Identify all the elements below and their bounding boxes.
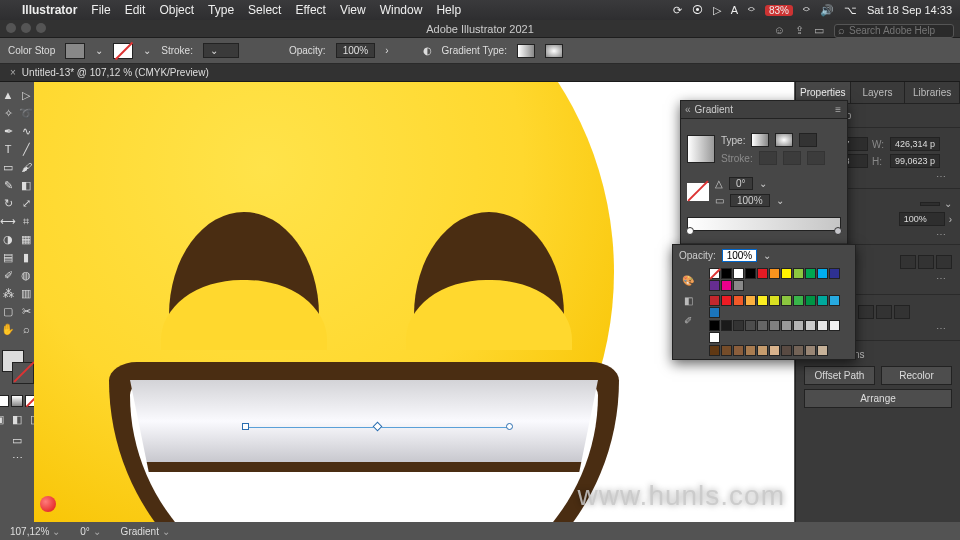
swatch[interactable] — [745, 320, 756, 331]
search-input[interactable] — [834, 24, 954, 38]
offset-path-button[interactable]: Offset Path — [804, 366, 875, 385]
swatch[interactable] — [817, 345, 828, 356]
tab-libraries[interactable]: Libraries — [905, 82, 960, 103]
align-m-icon[interactable] — [876, 305, 892, 319]
window-close-icon[interactable] — [6, 23, 16, 33]
rotate-tool-icon[interactable]: ↻ — [0, 195, 16, 211]
menu-app[interactable]: Illustrator — [22, 3, 77, 17]
arrange-icon[interactable]: ▭ — [814, 21, 824, 39]
swatch[interactable] — [793, 345, 804, 356]
swatch[interactable] — [733, 280, 744, 291]
stroke-indicator[interactable] — [12, 362, 34, 384]
menu-object[interactable]: Object — [159, 3, 194, 17]
swatch[interactable] — [709, 345, 720, 356]
pen-tool-icon[interactable]: ✒ — [0, 123, 16, 139]
gradient-panel-menu-icon[interactable]: ≡ — [835, 104, 841, 115]
swatch[interactable] — [721, 320, 732, 331]
paintbrush-tool-icon[interactable]: 🖌 — [18, 159, 34, 175]
arrange-button[interactable]: Arrange — [804, 389, 952, 408]
zoom-field[interactable]: 107,12% — [10, 526, 60, 537]
swatch[interactable] — [769, 268, 780, 279]
curvature-tool-icon[interactable]: ∿ — [18, 123, 34, 139]
swatch[interactable] — [733, 320, 744, 331]
symbol-sprayer-tool-icon[interactable]: ⁂ — [0, 285, 16, 301]
swatch[interactable] — [709, 307, 720, 318]
swatch[interactable] — [745, 345, 756, 356]
swatch[interactable] — [757, 268, 768, 279]
shape-builder-tool-icon[interactable]: ◑ — [0, 231, 16, 247]
type-tool-icon[interactable]: T — [0, 141, 16, 157]
graph-tool-icon[interactable]: ▥ — [18, 285, 34, 301]
screen-mode-icon[interactable]: ▭ — [9, 432, 25, 448]
menu-help[interactable]: Help — [436, 3, 461, 17]
swatch[interactable] — [709, 295, 720, 306]
width-tool-icon[interactable]: ⟷ — [0, 213, 16, 229]
swatch[interactable] — [781, 345, 792, 356]
swatch[interactable] — [769, 295, 780, 306]
fill-swatch[interactable] — [65, 43, 85, 59]
swatch[interactable] — [781, 320, 792, 331]
shaper-tool-icon[interactable]: ✎ — [0, 177, 16, 193]
gradient-stop-1[interactable] — [686, 227, 694, 235]
window-min-icon[interactable] — [21, 23, 31, 33]
swatch[interactable] — [733, 268, 744, 279]
emoji-teeth[interactable] — [130, 380, 598, 472]
gradient-end-handle[interactable] — [506, 423, 513, 430]
menu-view[interactable]: View — [340, 3, 366, 17]
swatch[interactable] — [709, 320, 720, 331]
swatch-none[interactable] — [709, 268, 720, 279]
line-tool-icon[interactable]: ╱ — [18, 141, 34, 157]
swatch[interactable] — [805, 320, 816, 331]
free-transform-tool-icon[interactable]: ⌗ — [18, 213, 34, 229]
swatch[interactable] — [721, 345, 732, 356]
gradient-annotator[interactable] — [246, 427, 512, 428]
edit-gradient-icon[interactable] — [687, 183, 709, 201]
user-icon[interactable]: ☺ — [774, 21, 785, 39]
swatch[interactable] — [793, 320, 804, 331]
lasso-tool-icon[interactable]: ➰ — [18, 105, 34, 121]
share-icon[interactable]: ⇪ — [795, 21, 804, 39]
gradtype-linear-icon[interactable] — [900, 255, 916, 269]
gradtype-freeform-icon[interactable] — [936, 255, 952, 269]
opacity-mini-field[interactable]: 100% — [899, 212, 945, 226]
opacity-field[interactable]: 100% — [336, 43, 376, 58]
opacity-arrow-icon[interactable]: › — [385, 45, 388, 56]
recolor-button[interactable]: Recolor — [881, 366, 952, 385]
color-mixer-icon[interactable]: 🎨 — [679, 273, 697, 287]
gradient-radial-button[interactable] — [545, 44, 563, 58]
menu-effect[interactable]: Effect — [295, 3, 325, 17]
swatch-fillstroke-icon[interactable]: ◧ — [679, 293, 697, 307]
swatch[interactable] — [745, 268, 756, 279]
gradient-panel-collapse-icon[interactable]: « — [685, 104, 691, 115]
gradtype-radial-icon[interactable] — [918, 255, 934, 269]
swatches-popup[interactable]: Opacity: 100%⌄ 🎨 ◧ ✐ — [672, 244, 856, 360]
gradient-type-linear-button[interactable] — [751, 133, 769, 147]
gradient-type-freeform-button[interactable] — [799, 133, 817, 147]
tool-status[interactable]: Gradient — [121, 526, 170, 537]
swatch[interactable] — [817, 295, 828, 306]
gradient-icon[interactable]: ◐ — [423, 45, 432, 56]
swatch[interactable] — [733, 345, 744, 356]
direct-selection-tool-icon[interactable]: ▷ — [18, 87, 34, 103]
gradient-preview[interactable] — [687, 135, 715, 163]
zoom-tool-icon[interactable]: ⌕ — [18, 321, 34, 337]
align-b-icon[interactable] — [894, 305, 910, 319]
gradient-ramp[interactable] — [687, 217, 841, 231]
menu-edit[interactable]: Edit — [125, 3, 146, 17]
swatch[interactable] — [829, 295, 840, 306]
rotation-field[interactable]: 0° — [80, 526, 100, 537]
window-max-icon[interactable] — [36, 23, 46, 33]
swatch[interactable] — [721, 295, 732, 306]
eyedropper-tool-icon[interactable]: ✐ — [0, 267, 16, 283]
gradient-start-handle[interactable] — [242, 423, 249, 430]
swatch-opacity-field[interactable]: 100% — [722, 249, 758, 262]
gradient-stop-2[interactable] — [834, 227, 842, 235]
stroke-none-swatch[interactable] — [113, 43, 133, 59]
swatch[interactable] — [745, 295, 756, 306]
swatch[interactable] — [721, 280, 732, 291]
gradient-aspect-field[interactable]: 100% — [730, 194, 770, 207]
menu-window[interactable]: Window — [380, 3, 423, 17]
swatch[interactable] — [805, 268, 816, 279]
swatch[interactable] — [817, 320, 828, 331]
document-tab[interactable]: × Untitled-13* @ 107,12 % (CMYK/Preview) — [0, 64, 960, 82]
